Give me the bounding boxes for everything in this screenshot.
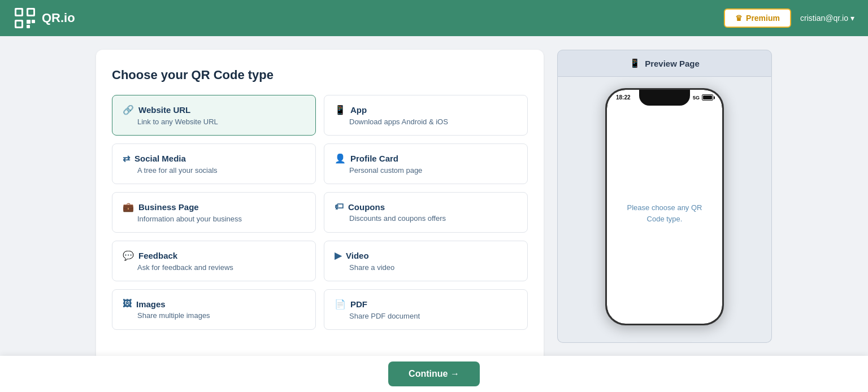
chevron-down-icon: ▾ xyxy=(850,14,854,23)
qr-type-label-social-media: Social Media xyxy=(134,154,186,163)
qr-type-desc-website-url: Link to any Website URL xyxy=(123,117,305,126)
qr-type-title-images: 🖼Images xyxy=(123,299,305,309)
qr-type-title-feedback: 💬Feedback xyxy=(123,250,305,261)
page-title: Choose your QR Code type xyxy=(112,68,528,82)
continue-button[interactable]: Continue → xyxy=(388,361,480,386)
logo-text: QR.io xyxy=(42,11,75,25)
qr-type-feedback[interactable]: 💬FeedbackAsk for feedback and reviews xyxy=(112,241,316,281)
qr-type-label-images: Images xyxy=(136,299,166,309)
qr-type-social-media[interactable]: ⇄Social MediaA tree for all your socials xyxy=(112,143,316,184)
phone-screen: 18:22 5G Please choose any QR Code type. xyxy=(607,90,722,324)
qr-type-title-pdf: 📄PDF xyxy=(335,299,517,310)
qr-type-title-business-page: 💼Business Page xyxy=(123,202,305,212)
phone-time: 18:22 xyxy=(616,94,631,101)
qr-type-card: Choose your QR Code type 🔗Website URLLin… xyxy=(96,50,544,378)
feedback-icon: 💬 xyxy=(123,250,134,261)
business-page-icon: 💼 xyxy=(123,202,134,212)
qr-type-website-url[interactable]: 🔗Website URLLink to any Website URL xyxy=(112,95,316,136)
svg-rect-8 xyxy=(27,25,30,28)
qr-type-coupons[interactable]: 🏷CouponsDiscounts and coupons offers xyxy=(324,192,528,233)
qr-type-title-profile-card: 👤Profile Card xyxy=(335,153,517,164)
svg-rect-6 xyxy=(27,20,31,24)
qr-type-desc-pdf: Share PDF document xyxy=(335,312,517,320)
qr-type-desc-social-media: A tree for all your socials xyxy=(123,166,305,175)
qr-type-label-feedback: Feedback xyxy=(138,251,177,260)
video-icon: ▶ xyxy=(335,250,341,261)
qr-type-desc-video: Share a video xyxy=(335,263,517,272)
phone-content: Please choose any QR Code type. xyxy=(607,103,722,324)
qr-type-label-website-url: Website URL xyxy=(138,105,190,115)
qr-type-label-pdf: PDF xyxy=(350,299,367,309)
qr-type-title-social-media: ⇄Social Media xyxy=(123,153,305,164)
profile-card-icon: 👤 xyxy=(335,153,346,164)
qr-type-title-app: 📱App xyxy=(335,104,517,115)
phone-signal: 5G xyxy=(693,95,700,101)
social-media-icon: ⇄ xyxy=(123,153,130,164)
qr-type-video[interactable]: ▶VideoShare a video xyxy=(324,241,528,281)
preview-label: Preview Page xyxy=(645,59,700,68)
battery-icon xyxy=(702,94,713,101)
qr-type-desc-app: Download apps Android & iOS xyxy=(335,117,517,126)
qr-type-label-app: App xyxy=(350,105,367,115)
app-icon: 📱 xyxy=(335,104,346,115)
qr-type-grid: 🔗Website URLLink to any Website URL📱AppD… xyxy=(112,95,528,330)
qr-type-label-business-page: Business Page xyxy=(138,202,199,212)
coupons-icon: 🏷 xyxy=(335,202,344,212)
crown-icon: ♛ xyxy=(735,14,743,23)
phone-container: 18:22 5G Please choose any QR Code type. xyxy=(557,77,772,343)
header: QR.io ♛ Premium cristian@qr.io ▾ xyxy=(0,0,868,36)
qr-type-title-coupons: 🏷Coupons xyxy=(335,202,517,212)
phone-mockup: 18:22 5G Please choose any QR Code type. xyxy=(605,88,724,325)
qr-type-desc-coupons: Discounts and coupons offers xyxy=(335,214,517,223)
user-email: cristian@qr.io xyxy=(800,14,848,23)
qr-type-label-coupons: Coupons xyxy=(348,202,385,212)
qr-type-label-profile-card: Profile Card xyxy=(350,154,398,163)
main-content: Choose your QR Code type 🔗Website URLLin… xyxy=(0,36,868,392)
qr-type-profile-card[interactable]: 👤Profile CardPersonal custom page xyxy=(324,143,528,184)
pdf-icon: 📄 xyxy=(335,299,346,310)
qr-type-title-video: ▶Video xyxy=(335,250,517,261)
qr-type-desc-images: Share multiple images xyxy=(123,311,305,320)
qr-type-images[interactable]: 🖼ImagesShare multiple images xyxy=(112,289,316,330)
premium-label: Premium xyxy=(746,14,780,23)
phone-notch xyxy=(639,90,690,106)
qr-type-desc-business-page: Information about your business xyxy=(123,215,305,223)
images-icon: 🖼 xyxy=(123,299,132,309)
qr-type-title-website-url: 🔗Website URL xyxy=(123,104,305,115)
website-url-icon: 🔗 xyxy=(123,104,134,115)
header-right: ♛ Premium cristian@qr.io ▾ xyxy=(724,8,854,28)
svg-rect-3 xyxy=(28,10,33,15)
qr-type-label-video: Video xyxy=(346,251,369,260)
logo: QR.io xyxy=(14,7,75,29)
preview-header[interactable]: 📱 Preview Page xyxy=(557,50,772,77)
phone-placeholder-text: Please choose any QR Code type. xyxy=(618,202,711,224)
svg-rect-5 xyxy=(16,21,21,27)
qr-type-pdf[interactable]: 📄PDFShare PDF document xyxy=(324,289,528,330)
continue-bar: Continue → xyxy=(0,356,868,392)
preview-panel: 📱 Preview Page 18:22 5G xyxy=(557,50,772,378)
phone-icon: 📱 xyxy=(630,58,640,68)
svg-rect-1 xyxy=(16,10,21,15)
qr-type-desc-profile-card: Personal custom page xyxy=(335,166,517,175)
qr-type-desc-feedback: Ask for feedback and reviews xyxy=(123,263,305,272)
qr-type-app[interactable]: 📱AppDownload apps Android & iOS xyxy=(324,95,528,136)
svg-rect-7 xyxy=(32,20,35,23)
qr-type-business-page[interactable]: 💼Business PageInformation about your bus… xyxy=(112,192,316,233)
premium-button[interactable]: ♛ Premium xyxy=(724,8,791,28)
user-menu[interactable]: cristian@qr.io ▾ xyxy=(800,14,854,23)
